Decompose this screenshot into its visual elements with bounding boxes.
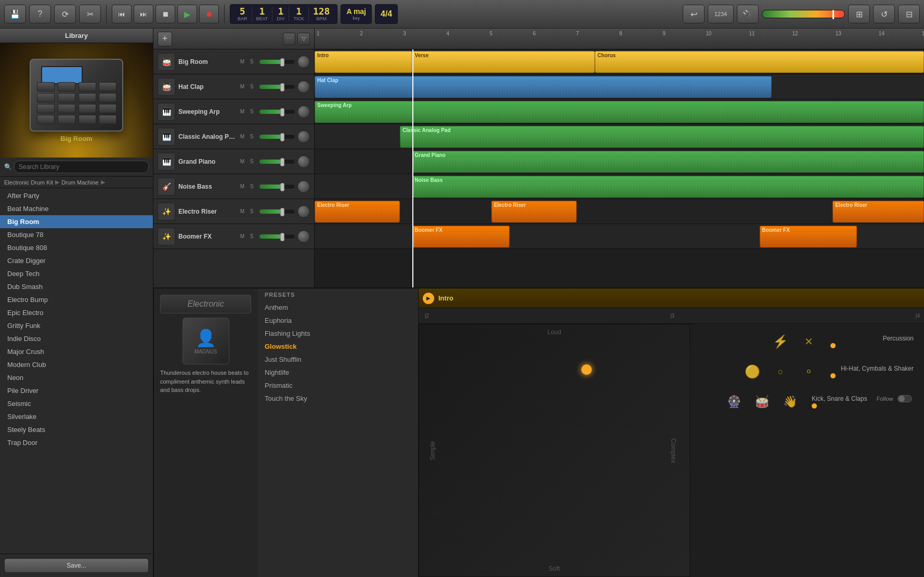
master-volume-slider[interactable] — [762, 10, 845, 18]
scissors-button[interactable]: ✂ — [79, 5, 101, 23]
clip-0-1[interactable]: Verse — [412, 51, 595, 73]
clip-3-0[interactable]: Classic Analog Pad — [400, 126, 924, 148]
play-button[interactable]: ▶ — [177, 5, 197, 23]
mpc-pad[interactable] — [58, 115, 75, 124]
preset-item-prismatic[interactable]: Prismatic — [257, 379, 418, 392]
library-item-crate-digger[interactable]: Crate Digger — [0, 254, 153, 267]
follow-toggle[interactable] — [897, 395, 912, 402]
library-item-beat-machine[interactable]: Beat Machine — [0, 202, 153, 215]
percussion-dot[interactable] — [830, 343, 836, 348]
tempo-button[interactable]: 1234 — [708, 5, 734, 23]
track-knob-1[interactable] — [297, 81, 310, 93]
key-display[interactable]: A maj key — [341, 4, 372, 24]
track-solo-btn-1[interactable]: S — [248, 83, 256, 91]
library-item-boutique-808[interactable]: Boutique 808 — [0, 241, 153, 254]
track-knob-2[interactable] — [297, 106, 310, 118]
clip-4-0[interactable]: Grand Piano — [412, 151, 924, 173]
preset-item-anthem[interactable]: Anthem — [257, 301, 418, 314]
track-fader-7[interactable] — [259, 234, 295, 239]
mpc-pad[interactable] — [99, 104, 116, 113]
mpc-pad[interactable] — [99, 93, 116, 102]
clip-7-0[interactable]: Boomer FX — [412, 226, 510, 247]
breadcrumb-item-dm[interactable]: Drum Machine — [61, 179, 99, 186]
mpc-pad[interactable] — [37, 93, 55, 102]
clip-6-1[interactable]: Electro Riser — [491, 201, 577, 222]
clip-5-0[interactable]: Noise Bass — [412, 176, 924, 198]
track-fader-6[interactable] — [259, 209, 295, 214]
clip-0-0[interactable]: Intro — [315, 51, 412, 73]
clip-6-0[interactable]: Electro Riser — [315, 201, 400, 222]
library-item-major-crush[interactable]: Major Crush — [0, 345, 153, 358]
track-fader-0[interactable] — [259, 59, 295, 64]
xy-pad[interactable]: Loud Soft Simple Complex — [419, 324, 690, 577]
kick-dot[interactable] — [812, 403, 817, 409]
track-fader-5[interactable] — [259, 184, 295, 189]
track-mute-btn-5[interactable]: M — [238, 182, 246, 191]
save-button[interactable]: Save... — [4, 558, 149, 573]
track-knob-4[interactable] — [297, 155, 310, 168]
track-mute-btn-3[interactable]: M — [238, 133, 246, 141]
preset-item-flashing-lights[interactable]: Flashing Lights — [257, 327, 418, 340]
library-item-after-party[interactable]: After Party — [0, 189, 153, 202]
track-mute-btn-6[interactable]: M — [238, 207, 246, 216]
library-item-gritty-funk[interactable]: Gritty Funk — [0, 319, 153, 332]
record-button[interactable]: ⏺ — [199, 5, 219, 23]
track-solo-btn-3[interactable]: S — [248, 133, 256, 141]
preset-item-nightlife[interactable]: Nightlife — [257, 366, 418, 379]
save-button[interactable]: 💾 — [4, 5, 26, 23]
library-item-epic-electro[interactable]: Epic Electro — [0, 306, 153, 319]
track-mute-btn-1[interactable]: M — [238, 83, 246, 91]
display-btn-1[interactable]: ⊞ — [848, 5, 870, 23]
xy-dot[interactable] — [581, 364, 592, 375]
track-mute-btn-4[interactable]: M — [238, 158, 246, 166]
library-item-indie-disco[interactable]: Indie Disco — [0, 332, 153, 345]
display-btn-2[interactable]: ↺ — [873, 5, 895, 23]
cycle-button[interactable]: ↩ — [683, 5, 705, 23]
track-solo-btn-5[interactable]: S — [248, 182, 256, 191]
track-solo-btn-0[interactable]: S — [248, 58, 256, 66]
mpc-pad[interactable] — [99, 115, 116, 124]
library-item-modern-club[interactable]: Modern Club — [0, 358, 153, 371]
track-solo-btn-7[interactable]: S — [248, 232, 256, 241]
track-solo-btn-2[interactable]: S — [248, 108, 256, 116]
fast-forward-button[interactable]: ⏭ — [134, 5, 153, 23]
library-item-pile-driver[interactable]: Pile Driver — [0, 384, 153, 397]
mpc-pad[interactable] — [99, 82, 116, 91]
track-solo-btn-4[interactable]: S — [248, 158, 256, 166]
track-filter-button[interactable]: ▽ — [297, 33, 310, 45]
library-item-steely-beats[interactable]: Steely Beats — [0, 423, 153, 436]
mpc-pad[interactable] — [79, 104, 96, 113]
track-fader-2[interactable] — [259, 109, 295, 114]
track-knob-0[interactable] — [297, 56, 310, 68]
track-mute-btn-2[interactable]: M — [238, 108, 246, 116]
track-knob-3[interactable] — [297, 130, 310, 143]
library-item-silverlake[interactable]: Silverlake — [0, 410, 153, 423]
track-knob-5[interactable] — [297, 180, 310, 193]
breadcrumb-item-edk[interactable]: Electronic Drum Kit — [4, 179, 53, 186]
mpc-pad[interactable] — [37, 82, 55, 91]
preset-item-euphoria[interactable]: Euphoria — [257, 314, 418, 327]
loop-button[interactable]: ⟳ — [54, 5, 76, 23]
hihat-dot[interactable] — [830, 373, 836, 378]
stop-button[interactable]: ⏹ — [155, 5, 175, 23]
library-item-boutique-78[interactable]: Boutique 78 — [0, 228, 153, 241]
preset-item-touch-the-sky[interactable]: Touch the Sky — [257, 392, 418, 405]
library-item-big-room[interactable]: Big Room — [0, 215, 153, 228]
clip-2-0[interactable]: Sweeping Arp — [315, 101, 924, 123]
signature-display[interactable]: 4/4 — [375, 4, 398, 24]
drum-play-button[interactable]: ▶ — [423, 293, 434, 304]
rewind-button[interactable]: ⏮ — [112, 5, 132, 23]
preset-item-just-shufflin[interactable]: Just Shufflin — [257, 353, 418, 366]
library-item-neon[interactable]: Neon — [0, 371, 153, 384]
track-fader-4[interactable] — [259, 159, 295, 164]
library-item-trap-door[interactable]: Trap Door — [0, 436, 153, 449]
mpc-pad[interactable] — [58, 82, 75, 91]
track-view-toggle[interactable]: ⋯ — [283, 33, 295, 45]
track-knob-7[interactable] — [297, 230, 310, 243]
track-knob-6[interactable] — [297, 205, 310, 218]
track-fader-3[interactable] — [259, 134, 295, 139]
mpc-pad[interactable] — [79, 115, 96, 124]
preset-item-glowstick[interactable]: Glowstick — [257, 340, 418, 353]
clip-7-1[interactable]: Boomer FX — [760, 226, 857, 247]
clip-6-2[interactable]: Electro Riser — [832, 201, 924, 222]
